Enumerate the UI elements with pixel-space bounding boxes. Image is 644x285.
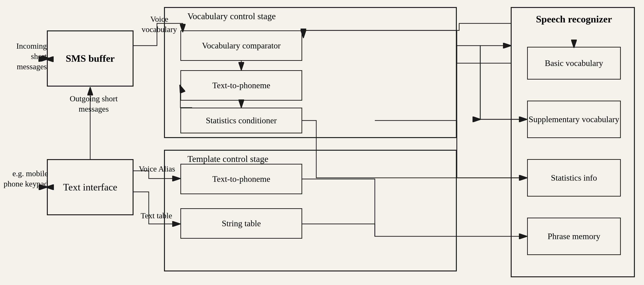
phrase-memory-box: Phrase memory <box>527 218 621 255</box>
text-to-phoneme-top-box: Text-to-phoneme <box>180 70 302 101</box>
string-table-box: String table <box>180 208 302 239</box>
eg-mobile-phone-keypad-label: e.g. mobile phone keypad <box>1 168 48 189</box>
voice-alias-label: Voice Alias <box>136 164 178 174</box>
vocab-control-stage-label: Vocabulary control stage <box>188 10 276 22</box>
vocabulary-comparator-box: Vocabulary comparator <box>180 30 302 61</box>
statistics-info-box: Statistics info <box>527 159 621 197</box>
incoming-short-messages-label: Incoming short messages <box>2 41 47 72</box>
voice-vocabulary-label: Voice vocabulary <box>136 14 183 35</box>
statistics-conditioner-box: Statistics conditioner <box>180 108 302 133</box>
text-to-phoneme-bottom-box: Text-to-phoneme <box>180 164 302 194</box>
diagram: Vocabulary control stage Template contro… <box>0 0 644 285</box>
text-interface-box: Text interface <box>47 159 134 215</box>
supplementary-vocabulary-box: Supplementary vocabulary <box>527 101 621 138</box>
sms-buffer-box: SMS buffer <box>47 30 134 87</box>
basic-vocabulary-box: Basic vocabulary <box>527 47 621 80</box>
outgoing-short-messages-label: Outgoing short messages <box>61 94 126 114</box>
text-table-label: Text table <box>136 211 177 221</box>
template-control-stage-label: Template control stage <box>188 153 268 165</box>
speech-recognizer-label: Speech recognizer <box>534 13 614 26</box>
